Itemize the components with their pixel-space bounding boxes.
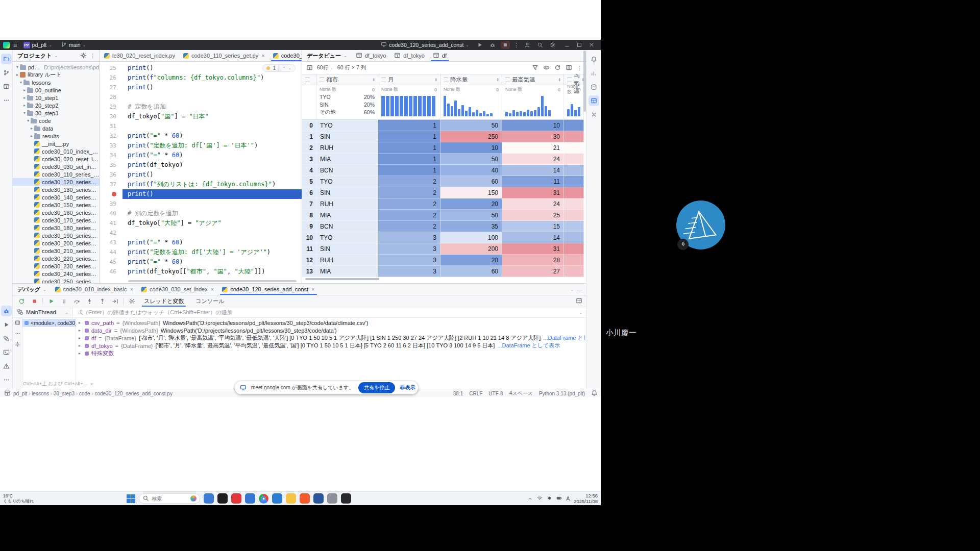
tree-chevron-icon[interactable]: ▸ bbox=[29, 126, 34, 131]
table-row[interactable]: 7RUH22024 bbox=[302, 198, 586, 210]
code-line[interactable]: 39 bbox=[100, 199, 302, 209]
tree-chevron-icon[interactable]: ▸ bbox=[29, 134, 34, 138]
close-tab-icon[interactable]: × bbox=[311, 286, 314, 292]
tree-item[interactable]: code30_190_series_drop_axis.py bbox=[13, 232, 100, 239]
close-tab-icon[interactable]: × bbox=[211, 286, 214, 292]
project-options-icon[interactable] bbox=[80, 52, 87, 60]
table-row[interactable]: 8MIA25025 bbox=[302, 210, 586, 221]
tree-item[interactable]: __init__.py bbox=[13, 140, 100, 147]
tree-item[interactable]: code30_240_series_reorder_front.py bbox=[13, 270, 100, 278]
editor-hscrollbar[interactable] bbox=[100, 279, 302, 283]
table-row[interactable]: 12RUH32028 bbox=[302, 255, 586, 266]
code-line[interactable]: 33print("定数を追加: df['国'] = '日本'") bbox=[100, 141, 302, 151]
table-row[interactable]: 6SIN215031 bbox=[302, 187, 586, 198]
taskbar-app-opera-icon[interactable] bbox=[231, 493, 241, 504]
tree-chevron-icon[interactable]: ▾ bbox=[22, 111, 27, 115]
search-everywhere-icon[interactable] bbox=[535, 41, 545, 49]
tree-item[interactable]: code30_250_series_reorder_back.py bbox=[13, 278, 100, 283]
table-hscrollbar[interactable] bbox=[302, 277, 586, 281]
debug-side-more-icon[interactable] bbox=[15, 331, 20, 337]
tree-item[interactable]: code30_160_series_modify.py bbox=[13, 209, 100, 216]
line-number[interactable]: 39 bbox=[100, 199, 122, 209]
rerun-debug-button[interactable] bbox=[17, 297, 26, 305]
tab-code30_030_set_index[interactable]: code30_030_set_index× bbox=[137, 284, 218, 295]
breadcrumb-item[interactable]: lessons bbox=[32, 391, 49, 396]
debug-button[interactable] bbox=[488, 41, 497, 49]
code-line[interactable]: 37print(f"列のリストは: {df_tokyo.columns}") bbox=[100, 180, 302, 189]
tree-item[interactable]: code30_170_series_rename_single.py bbox=[13, 216, 100, 224]
hide-windows-button[interactable] bbox=[589, 109, 599, 120]
variable-chevron-icon[interactable]: ▸ bbox=[77, 351, 82, 356]
tree-item[interactable]: ▾lessons bbox=[13, 79, 100, 86]
tab-code30_010_index_basic[interactable]: code30_010_index_basic× bbox=[51, 284, 137, 295]
view-as-dataframe-link[interactable]: ...DataFrame として表示 bbox=[543, 334, 586, 342]
code-line[interactable]: 41df_tokyo["大陸"] = "アジア" bbox=[100, 218, 302, 228]
problems-tool-button[interactable] bbox=[1, 361, 12, 371]
table-row[interactable]: 4BCN14014 bbox=[302, 165, 586, 176]
sort-icon[interactable]: ▲▼ bbox=[558, 78, 561, 82]
stop-button[interactable] bbox=[501, 41, 510, 49]
column-header-月[interactable]: 月▲▼ bbox=[378, 74, 440, 85]
code-line[interactable]: 36print() bbox=[100, 170, 302, 180]
hide-share-bar-link[interactable]: 非表示 bbox=[400, 384, 415, 391]
layout-settings-icon[interactable] bbox=[15, 320, 20, 327]
refresh-icon[interactable] bbox=[554, 64, 561, 72]
step-out-button[interactable] bbox=[97, 297, 107, 305]
tree-item[interactable]: ▸20_step2 bbox=[13, 102, 100, 109]
view-as-dataframe-link[interactable]: ...DataFrame として表示 bbox=[497, 342, 560, 349]
table-row[interactable]: 0TYO15010 bbox=[302, 120, 586, 131]
breadcrumb-item[interactable]: code30_120_series_add_const.py bbox=[95, 391, 173, 396]
status-notifications-icon[interactable] bbox=[591, 390, 597, 397]
table-vscrollbar[interactable] bbox=[583, 51, 586, 112]
code-line[interactable]: print() bbox=[100, 189, 302, 199]
stop-debug-button[interactable] bbox=[30, 297, 39, 305]
table-row[interactable]: 3MIA15024 bbox=[302, 154, 586, 165]
taskbar-app-terminal-icon[interactable] bbox=[341, 493, 351, 504]
line-number[interactable]: 46 bbox=[100, 267, 122, 277]
line-number[interactable]: 33 bbox=[100, 141, 122, 151]
line-number[interactable]: 31 bbox=[100, 121, 122, 131]
debug-panel-title[interactable]: デバッグ⌄ bbox=[13, 284, 51, 295]
debug-settings-button[interactable] bbox=[127, 297, 136, 305]
database-tool-button[interactable] bbox=[589, 82, 599, 92]
frame-item[interactable]: <module>, code30_120_se bbox=[22, 319, 76, 327]
column-header-平均気温[interactable]: 平均気温▲▼ bbox=[564, 74, 584, 85]
sort-icon[interactable]: ▲▼ bbox=[497, 78, 499, 82]
tree-item[interactable]: ▸results bbox=[13, 132, 100, 140]
dataview-tool-button[interactable] bbox=[589, 95, 599, 106]
file-encoding[interactable]: UTF-8 bbox=[488, 391, 503, 396]
commit-tool-button[interactable] bbox=[1, 67, 12, 78]
minimize-button[interactable] bbox=[561, 41, 573, 49]
tree-item[interactable]: code30_210_series_drop_multi.py bbox=[13, 247, 100, 255]
code-line[interactable]: 26print(f"columns: {df_tokyo.columns}") bbox=[100, 73, 302, 83]
code-line[interactable]: 27print() bbox=[100, 83, 302, 92]
line-number[interactable]: 26 bbox=[100, 73, 122, 83]
dataview-panel-title[interactable]: データビュー⌄ bbox=[302, 50, 352, 61]
line-number[interactable]: 44 bbox=[100, 247, 122, 257]
step-over-button[interactable] bbox=[72, 297, 81, 305]
line-number[interactable]: 42 bbox=[100, 228, 122, 238]
tree-item[interactable]: code30_010_index_basic.py bbox=[13, 147, 100, 155]
code-line[interactable]: 40# 別の定数を追加 bbox=[100, 209, 302, 218]
column-header-降水量[interactable]: 降水量▲▼ bbox=[440, 74, 502, 85]
tree-item[interactable]: code30_200_series_drop_columns.py bbox=[13, 239, 100, 247]
tree-item[interactable]: code30_180_series_rename_multi.py bbox=[13, 224, 100, 232]
caret-position[interactable]: 38:1 bbox=[453, 391, 463, 396]
tab-le30_020_reset_index.py[interactable]: le30_020_reset_index.py bbox=[100, 50, 179, 61]
main-menu-icon[interactable]: ≡ bbox=[13, 42, 17, 48]
tree-item[interactable]: ▾30_step3 bbox=[13, 109, 100, 117]
code-line[interactable]: 46print(df_tokyo[["都市", "国", "大陸"]]) bbox=[100, 267, 302, 277]
line-number[interactable]: 36 bbox=[100, 170, 122, 180]
view-options-icon[interactable] bbox=[543, 64, 550, 72]
tree-item[interactable]: code30_020_reset_index.py bbox=[13, 155, 100, 163]
tree-item[interactable]: code30_130_series_add_calc.py bbox=[13, 186, 100, 193]
variable-chevron-icon[interactable]: ▸ bbox=[77, 336, 82, 340]
breadcrumb-item[interactable]: pd_plt bbox=[13, 391, 27, 396]
clock-widget[interactable]: 12:56 2025/11/08 bbox=[574, 493, 598, 504]
branch-selector[interactable]: main ⌄ bbox=[58, 41, 88, 49]
code-editor[interactable]: 25print()26print(f"columns: {df_tokyo.co… bbox=[100, 62, 302, 279]
line-number[interactable]: 37 bbox=[100, 180, 122, 189]
variable-row[interactable]: ▸data_dir={WindowsPath}WindowsPath('D:/p… bbox=[77, 327, 586, 334]
table-row[interactable]: 10TYO310014 bbox=[302, 232, 586, 243]
structure-tool-button[interactable] bbox=[1, 81, 12, 92]
